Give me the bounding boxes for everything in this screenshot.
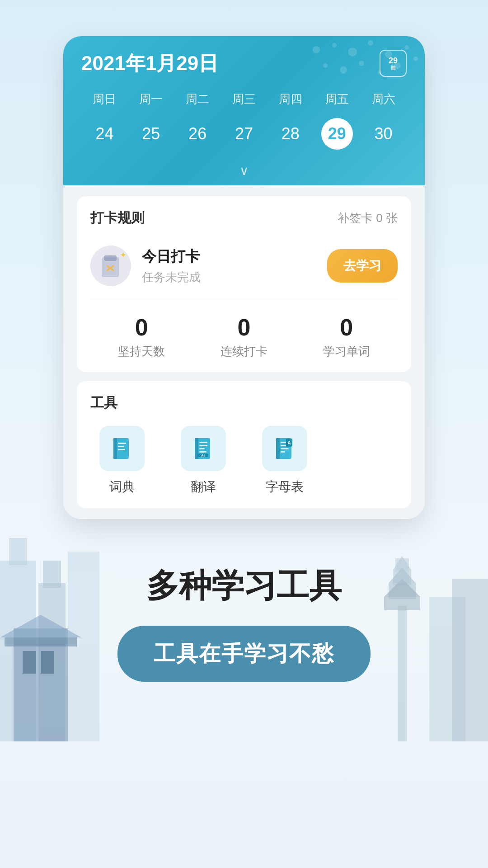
day-26[interactable]: 26 [174,118,221,150]
checkin-clipboard-icon [99,254,122,278]
svg-text:A: A [287,440,291,445]
tool-alphabet[interactable]: A 字母表 [253,426,316,495]
checkin-star-icon: ✦ [120,250,127,260]
svg-rect-60 [281,451,285,453]
svg-rect-59 [281,448,289,449]
dictionary-icon [110,436,134,461]
stat-streak: 0 连续打卡 [221,314,267,359]
stat-words-num: 0 [323,314,370,341]
translate-icon-wrap: Ai [181,426,226,471]
day-28[interactable]: 28 [267,118,314,150]
bottom-title: 多种学习工具 [27,564,461,608]
tool-translate[interactable]: Ai 翻译 [172,426,235,495]
alphabet-icon-wrap: A [262,426,307,471]
calendar-header: 2021年1月29日 29 ▦ 周日 周一 周二 周三 周四 周五 周六 24 … [63,36,425,185]
checkin-card-header: 打卡规则 补签卡 0 张 [90,209,398,227]
stat-words: 0 学习单词 [323,314,370,359]
day-label-sun: 周日 [81,88,128,111]
bottom-section: 多种学习工具 工具在手学习不愁 [0,546,488,718]
tools-card-title: 工具 [90,394,398,412]
svg-point-33 [340,66,347,74]
day-25[interactable]: 25 [128,118,174,150]
day-29-active[interactable]: 29 [321,118,353,150]
tools-card: 工具 词典 [77,381,411,508]
today-checkin-title: 今日打卡 [142,247,201,267]
tools-grid: 词典 Ai [90,426,398,495]
svg-point-34 [359,61,364,66]
dictionary-icon-wrap [99,426,145,471]
svg-rect-46 [118,449,125,450]
svg-point-29 [368,40,373,46]
today-checkin-subtitle: 任务未完成 [142,269,201,285]
day-27[interactable]: 27 [221,118,267,150]
translate-label: 翻译 [191,478,216,495]
calendar-date-title: 2021年1月29日 [81,50,218,77]
svg-rect-39 [104,255,117,261]
svg-text:Ai: Ai [201,453,205,458]
svg-point-31 [404,45,409,50]
day-30[interactable]: 30 [360,118,407,150]
translate-icon: Ai [191,436,216,461]
svg-rect-58 [281,445,287,446]
svg-point-30 [385,51,392,58]
svg-rect-51 [199,448,205,449]
day-label-mon: 周一 [128,88,174,111]
checkin-card: 打卡规则 补签卡 0 张 ✦ [77,196,411,372]
calendar-chevron[interactable]: ∨ [81,159,407,185]
svg-point-35 [378,71,381,74]
svg-rect-50 [199,445,207,446]
svg-rect-49 [199,442,207,443]
content-area: 打卡规则 补签卡 0 张 ✦ [63,185,425,519]
svg-rect-44 [118,443,126,444]
alphabet-label: 字母表 [266,478,304,495]
day-label-tue: 周二 [174,88,221,111]
phone-card: 2021年1月29日 29 ▦ 周日 周一 周二 周三 周四 周五 周六 24 … [63,36,425,519]
today-checkin-left: ✦ 今日打卡 任务未完成 [90,245,201,286]
bottom-button[interactable]: 工具在手学习不愁 [117,626,371,682]
day-label-thu: 周四 [267,88,314,111]
alphabet-icon: A [272,436,297,461]
svg-point-37 [413,57,418,61]
svg-point-26 [313,46,320,53]
day-labels: 周日 周一 周二 周三 周四 周五 周六 [81,88,407,111]
checkin-icon-wrap: ✦ [90,245,131,286]
svg-point-27 [332,43,337,47]
stat-streak-label: 连续打卡 [221,344,267,359]
stat-persist-days: 0 坚持天数 [118,314,165,359]
stat-streak-num: 0 [221,314,267,341]
svg-point-32 [323,63,328,68]
svg-point-36 [394,62,401,69]
day-numbers: 24 25 26 27 28 29 30 [81,118,407,159]
svg-rect-43 [113,438,117,459]
day-label-wed: 周三 [221,88,267,111]
svg-rect-52 [199,451,206,453]
svg-rect-45 [118,446,124,447]
svg-rect-56 [276,438,280,459]
stat-words-label: 学习单词 [323,344,370,359]
stat-persist-label: 坚持天数 [118,344,165,359]
tool-dictionary[interactable]: 词典 [90,426,154,495]
day-label-fri: 周五 [314,88,360,111]
today-checkin-row: ✦ 今日打卡 任务未完成 去学习 [90,238,398,300]
checkin-card-title: 打卡规则 [90,209,145,227]
checkin-card-badge: 补签卡 0 张 [338,210,398,226]
go-study-button[interactable]: 去学习 [327,249,398,283]
day-label-sat: 周六 [360,88,407,111]
stats-row: 0 坚持天数 0 连续打卡 0 学习单词 [90,314,398,359]
day-24[interactable]: 24 [81,118,128,150]
stat-persist-num: 0 [118,314,165,341]
svg-point-28 [348,47,357,57]
dictionary-label: 词典 [109,478,135,495]
